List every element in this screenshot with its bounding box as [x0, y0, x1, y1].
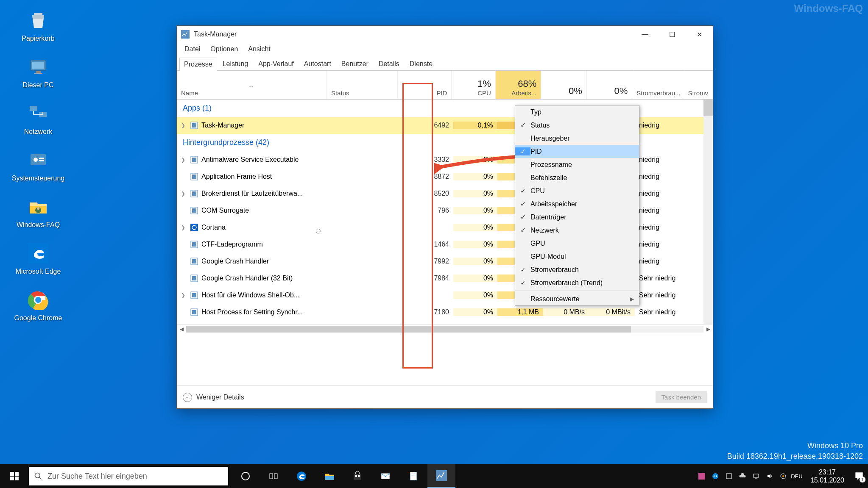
tab-leistung[interactable]: Leistung — [218, 57, 253, 70]
windows-logo-icon — [9, 471, 20, 481]
store-icon — [352, 471, 363, 482]
col-mem[interactable]: 68%Arbeits... — [496, 71, 541, 99]
svg-rect-58 — [698, 473, 705, 480]
col-power-trend[interactable]: Stromv — [683, 71, 713, 99]
col-disk[interactable]: 0% — [541, 71, 586, 99]
svg-rect-47 — [270, 474, 273, 479]
tab-benutzer[interactable]: Benutzer — [337, 57, 373, 70]
process-pid: 796 — [399, 207, 453, 214]
menu-item-label: Datenträger — [530, 214, 567, 221]
fewer-details-icon[interactable]: ︿ — [183, 393, 192, 402]
menu-item[interactable]: Typ — [515, 105, 639, 119]
desktop-icon-recycle-bin[interactable]: Papierkorb — [8, 8, 68, 42]
col-pid[interactable]: PID — [398, 71, 452, 99]
titlebar[interactable]: Task-Manager ― ☐ ✕ — [177, 26, 713, 43]
maximize-button[interactable]: ☐ — [659, 26, 686, 43]
explorer-taskbar-button[interactable] — [315, 464, 343, 488]
tray-app2-icon[interactable] — [725, 472, 733, 480]
tab-prozesse[interactable]: Prozesse — [179, 58, 217, 71]
menu-item[interactable]: Netzwerk — [515, 224, 639, 237]
menu-item[interactable]: PID — [515, 145, 639, 158]
desktop-icon-control-panel[interactable]: Systemsteuerung — [8, 148, 68, 182]
folder-icon — [324, 471, 335, 482]
menu-item[interactable]: Arbeitsspeicher — [515, 197, 639, 211]
menu-item[interactable]: Stromverbrauch — [515, 263, 639, 276]
tabs: Prozesse Leistung App-Verlauf Autostart … — [177, 55, 713, 71]
edge-taskbar-button[interactable] — [287, 464, 315, 488]
col-cpu[interactable]: 1%CPU — [452, 71, 496, 99]
svg-rect-9 — [39, 158, 44, 159]
desktop-icon-chrome[interactable]: Google Chrome — [8, 288, 68, 322]
menu-ansicht[interactable]: Ansicht — [244, 44, 274, 54]
menu-item[interactable]: GPU — [515, 237, 639, 250]
store-taskbar-button[interactable] — [343, 464, 371, 488]
col-name[interactable]: ︿Name — [177, 71, 327, 99]
col-status[interactable]: Status — [327, 71, 398, 99]
mail-taskbar-button[interactable] — [371, 464, 399, 488]
close-button[interactable]: ✕ — [686, 26, 713, 43]
check-icon — [515, 279, 530, 287]
tray-update-icon[interactable] — [779, 472, 787, 480]
scrollbar-thumb[interactable] — [703, 100, 713, 116]
process-name: Task-Manager — [201, 122, 244, 129]
menu-item[interactable]: Herausgeber — [515, 132, 639, 145]
task-manager-icon — [436, 470, 447, 481]
desktop-icon-windows-faq[interactable]: Windows-FAQ — [8, 195, 68, 229]
menu-item[interactable]: Ressourcewerte▶ — [515, 292, 639, 305]
menu-datei[interactable]: Datei — [180, 44, 204, 54]
action-center-button[interactable]: 1 — [854, 471, 865, 482]
menu-item[interactable]: GPU-Modul — [515, 250, 639, 263]
menu-item[interactable]: Prozessname — [515, 158, 639, 171]
folder-icon — [26, 195, 50, 219]
tab-app-verlauf[interactable]: App-Verlauf — [254, 57, 299, 70]
minimize-button[interactable]: ― — [631, 26, 659, 43]
menu-item[interactable]: Status — [515, 119, 639, 132]
fewer-details-label[interactable]: Weniger Details — [196, 394, 244, 401]
process-icon — [190, 173, 198, 180]
vertical-scrollbar[interactable] — [703, 100, 713, 324]
scroll-right-icon[interactable]: ▶ — [703, 326, 713, 332]
tab-details[interactable]: Details — [374, 57, 404, 70]
start-button[interactable] — [0, 464, 29, 488]
footer: ︿ Weniger Details Task beenden — [177, 385, 713, 408]
scrollbar-track[interactable] — [186, 326, 703, 333]
task-view-button[interactable] — [260, 464, 287, 488]
scroll-left-icon[interactable]: ◀ — [177, 326, 186, 332]
tray-onedrive-icon[interactable] — [738, 472, 747, 480]
col-net[interactable]: 0% — [587, 71, 632, 99]
desktop-icon-label: Google Chrome — [14, 314, 62, 322]
horizontal-scrollbar[interactable]: ◀ ▶ — [177, 324, 713, 333]
tray-network-icon[interactable] — [752, 472, 760, 480]
check-icon — [515, 147, 530, 155]
tray-teamviewer-icon[interactable] — [711, 472, 720, 480]
menu-item[interactable]: Stromverbrauch (Trend) — [515, 276, 639, 289]
menu-item[interactable]: CPU — [515, 184, 639, 197]
process-power: Sehr niedrig — [635, 308, 686, 316]
process-cpu: 0% — [453, 207, 497, 214]
menu-item[interactable]: Datenträger — [515, 211, 639, 224]
menu-item[interactable]: Befehlszeile — [515, 171, 639, 184]
cortana-button[interactable] — [232, 464, 260, 488]
search-box[interactable]: Zur Suche Text hier eingeben — [29, 467, 228, 485]
tray-volume-icon[interactable] — [765, 472, 774, 480]
desktop-icon-this-pc[interactable]: Dieser PC — [8, 55, 68, 89]
notepad-taskbar-button[interactable] — [399, 464, 427, 488]
tray-language-icon[interactable]: DEU — [793, 472, 801, 480]
desktop-icon-edge[interactable]: Microsoft Edge — [8, 241, 68, 275]
svg-rect-39 — [192, 310, 196, 314]
tab-autostart[interactable]: Autostart — [299, 57, 336, 70]
desktop-icon-network[interactable]: Netzwerk — [8, 102, 68, 136]
task-manager-taskbar-button[interactable] — [427, 464, 455, 488]
taskbar-clock[interactable]: 23:17 15.01.2020 — [810, 468, 844, 484]
menu-optionen[interactable]: Optionen — [206, 44, 242, 54]
end-task-button[interactable]: Task beenden — [656, 391, 707, 403]
process-icon — [190, 190, 198, 197]
process-name: Google Crash Handler (32 Bit) — [201, 274, 293, 282]
tray-app-icon[interactable] — [698, 472, 706, 480]
col-power[interactable]: Stromverbrau... — [632, 71, 683, 99]
process-row[interactable]: Host Process for Setting Synchr...71800%… — [177, 304, 713, 321]
process-cpu: 0% — [453, 241, 497, 248]
tab-dienste[interactable]: Dienste — [405, 57, 437, 70]
process-cpu: 0% — [453, 190, 497, 197]
scrollbar-thumb[interactable] — [186, 326, 631, 333]
